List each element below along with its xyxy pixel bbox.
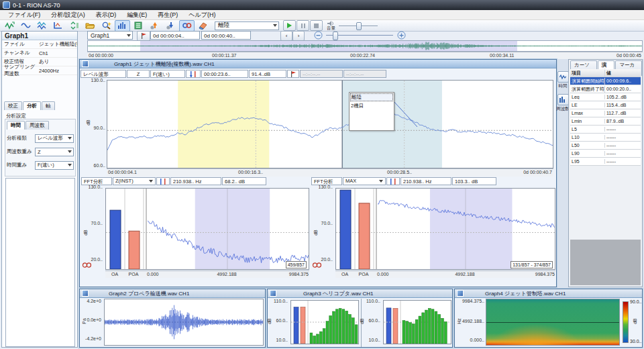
octave-plot[interactable]: [383, 300, 451, 344]
fft-level-field[interactable]: 68.2.. dB: [222, 177, 266, 185]
calc-item: L95: [570, 159, 605, 164]
field-select[interactable]: Z: [35, 148, 74, 156]
property-value: あり: [39, 58, 77, 65]
multi-wave-button[interactable]: [34, 20, 50, 32]
axis-tick-label: OA: [341, 272, 348, 277]
range-end-field[interactable]: --:--:--.--: [343, 70, 386, 78]
table-row[interactable]: 演算範囲終了時刻00:00:20.0..: [570, 85, 641, 93]
field-select[interactable]: F(速い): [35, 161, 74, 170]
stop-button[interactable]: [310, 20, 323, 31]
fft-cursor-button[interactable]: [386, 177, 400, 185]
menu-item-0[interactable]: ファイル(F): [3, 10, 46, 20]
play-button[interactable]: [283, 20, 296, 31]
table-row[interactable]: L95------: [570, 158, 641, 166]
table-row[interactable]: Lmax112.7..dB: [570, 109, 641, 117]
property-value: Ch1: [39, 50, 77, 56]
graph3-titlebar[interactable]: Graph3 ヘリコプタ.wav CH1: [268, 289, 452, 298]
range-start-field[interactable]: --:--:--.--: [300, 70, 343, 78]
menu-item-1[interactable]: 分析/設定(A): [46, 10, 91, 20]
time-weight-field[interactable]: F(速い): [150, 70, 185, 78]
octave-plot[interactable]: [290, 300, 359, 344]
cursor-time-field[interactable]: 00:00:23.6..: [201, 70, 248, 78]
prev-button[interactable]: ‹: [280, 31, 292, 41]
graph-select[interactable]: Graph1: [87, 31, 133, 40]
axis-button[interactable]: [50, 20, 66, 32]
pause-button[interactable]: [297, 20, 309, 31]
time-start-field[interactable]: 0d 00:00:04..: [150, 31, 200, 40]
allpass-icon[interactable]: [313, 262, 321, 268]
table-row[interactable]: Lmin87.9..dB: [570, 117, 641, 126]
zoom-out-button[interactable]: [314, 31, 323, 40]
freq-domain-button[interactable]: [557, 94, 569, 105]
swap-wave-button[interactable]: [66, 20, 82, 32]
sidebar-tab-0[interactable]: 校正: [4, 101, 22, 110]
menu-item-4[interactable]: 再生(P): [152, 10, 183, 20]
y-axis-label: dB: [360, 318, 364, 324]
marker-flag-button[interactable]: [137, 31, 150, 41]
table-row[interactable]: L90------: [570, 150, 641, 158]
table-row[interactable]: L10------: [570, 134, 641, 142]
menu-item-5[interactable]: ヘルプ(H): [183, 10, 221, 20]
fft-mode-select[interactable]: Z(INST): [113, 177, 156, 185]
zoom-in-button[interactable]: [397, 31, 406, 40]
table-row[interactable]: 演算範囲開始時刻00:00:09.6..: [570, 77, 641, 85]
volume-slider[interactable]: [339, 21, 378, 30]
time-domain-button[interactable]: [557, 71, 569, 83]
analysis-tab-0[interactable]: 時間: [7, 121, 25, 130]
allpass-icon[interactable]: [83, 262, 91, 268]
play-icon: [287, 23, 292, 28]
window-titlebar[interactable]: 0-1 - RION AS-70: [0, 0, 644, 10]
fft-plot[interactable]: [105, 188, 309, 270]
graph4-titlebar[interactable]: Graph4 ジェット管制塔.wav CH1: [455, 289, 642, 298]
cursor-level-field[interactable]: 91.4..dB: [249, 70, 286, 78]
table-row[interactable]: Leq105.2..dB: [570, 93, 641, 101]
marker-tooltip[interactable]: 離陸 2機目: [349, 92, 394, 131]
loop-playback-button[interactable]: [179, 20, 195, 32]
analysis-tab-1[interactable]: 周波数: [25, 121, 49, 130]
export-down-gear-button[interactable]: [163, 20, 178, 32]
property-value: 24000Hz: [39, 68, 77, 74]
eraser-button[interactable]: [195, 20, 211, 32]
cursor-tool-button[interactable]: [186, 70, 201, 78]
property-value: ジェット機離陸(複数...: [39, 41, 77, 48]
zoom-slider-thumb[interactable]: [333, 32, 338, 40]
notebook-button[interactable]: [131, 20, 146, 32]
overview-waveform[interactable]: [87, 40, 643, 52]
sidebar-tab-1[interactable]: 分析: [23, 101, 41, 110]
import-wave-button[interactable]: [2, 20, 17, 32]
chevron-down-icon: [68, 137, 72, 140]
next-button[interactable]: ›: [292, 31, 305, 41]
volume-slider-thumb[interactable]: [356, 22, 362, 30]
table-row[interactable]: L50------: [570, 142, 641, 150]
fft-level-field[interactable]: 103.3.. dB: [452, 177, 496, 185]
time-end-field[interactable]: 0d 00:00:40..: [201, 31, 251, 40]
graph2-titlebar[interactable]: Graph2 プロペラ輸送機.wav CH1: [80, 289, 265, 298]
level-waveform-plot[interactable]: 離陸 2機目: [107, 80, 553, 168]
wizard-search-button[interactable]: [99, 20, 114, 32]
preset-select[interactable]: 離陸: [215, 21, 279, 30]
graph4-spectrogram[interactable]: [486, 299, 620, 346]
export-up-gear-button[interactable]: [147, 20, 162, 32]
table-row[interactable]: L5------: [570, 126, 641, 134]
level-graph-button[interactable]: [115, 20, 130, 32]
table-row[interactable]: LE115.4..dB: [570, 101, 641, 109]
sine-wave-button[interactable]: [18, 20, 34, 32]
fft-cursor-button[interactable]: [156, 177, 170, 185]
axis-tick-label: 0d 00:00:04.1: [108, 170, 137, 174]
fft-freq-field[interactable]: 210.938.. Hz: [170, 177, 221, 185]
menu-item-2[interactable]: 表示(D): [91, 10, 122, 20]
y-tick: 60.0..: [81, 163, 105, 168]
field-select[interactable]: レベル波形: [35, 134, 74, 143]
open-folder-button[interactable]: [83, 20, 98, 32]
graph1-titlebar[interactable]: Graph1 ジェット機離陸(複数機).wav CH1: [80, 60, 556, 68]
sidebar-tab-2[interactable]: 軸: [42, 101, 55, 110]
menu-item-3[interactable]: 編集(E): [121, 10, 152, 20]
analysis-type-field[interactable]: レベル波形: [80, 70, 126, 78]
range-flag-button[interactable]: [287, 70, 299, 78]
freq-weight-field[interactable]: Z: [127, 70, 150, 78]
graph2-plot[interactable]: [104, 299, 264, 346]
fft-mode-select[interactable]: MAX: [343, 177, 386, 185]
fft-plot[interactable]: [335, 188, 555, 270]
marker-list-box[interactable]: [5, 178, 75, 347]
fft-freq-field[interactable]: 210.938.. Hz: [400, 177, 451, 185]
